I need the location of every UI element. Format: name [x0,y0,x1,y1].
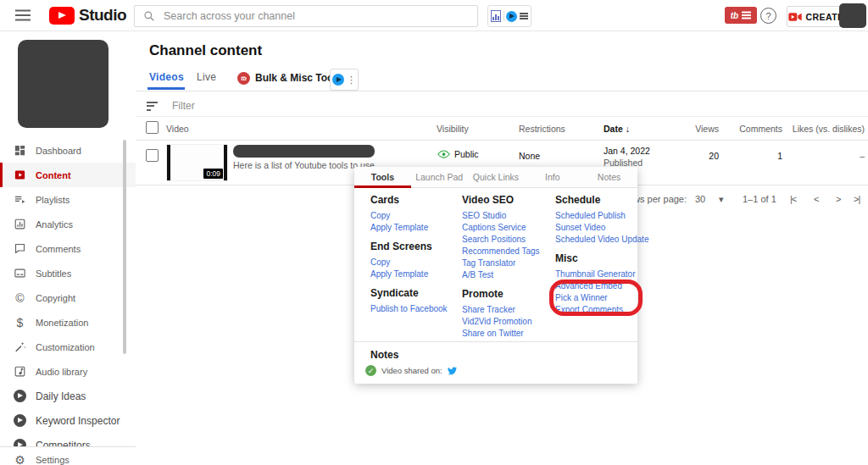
videocam-icon [788,12,802,22]
sidebar-item-label: Copyright [36,293,75,303]
link-recommended-tags[interactable]: Recommended Tags [462,246,555,257]
last-page-icon[interactable]: >| [854,194,860,204]
create-button[interactable]: CREATE [787,6,845,27]
section-schedule: Schedule Scheduled Publish Sunset Video … [555,194,640,246]
section-end-screens: End Screens Copy Apply Template [370,241,462,280]
filter-placeholder: Filter [172,100,195,112]
popup-tab-quick-links[interactable]: Quick Links [468,167,525,187]
sidebar-scrollbar[interactable] [123,140,126,354]
popup-tab-launch-pad[interactable]: Launch Pad [411,167,468,187]
extension-menu-icon[interactable] [520,15,528,17]
link-sunset-video[interactable]: Sunset Video [555,222,640,234]
link-apply-template-end-screens[interactable]: Apply Template [370,268,462,280]
date-cell: Jan 4, 2022 [604,146,650,156]
studio-logo[interactable]: Studio [49,6,126,25]
rows-per-page-select[interactable]: 30 [695,194,705,204]
sidebar-item-analytics[interactable]: Analytics [0,212,136,236]
section-promote: Promote Share Tracker Vid2Vid Promotion … [462,288,555,340]
popup-tab-tools[interactable]: Tools [354,167,411,187]
column-header-visibility[interactable]: Visibility [437,124,469,134]
section-title: Syndicate [370,287,462,300]
sidebar-item-label: Dashboard [36,146,81,156]
visibility-value: Public [454,149,479,159]
video-title-redacted[interactable] [233,145,375,158]
tubebuddy-toolbar-button[interactable]: tb [725,7,757,24]
link-thumbnail-generator[interactable]: Thumbnail Generator [555,268,640,280]
video-thumbnail[interactable]: 0:09 [166,144,228,181]
filter-bar[interactable]: Filter [136,95,868,117]
stats-extension-icon[interactable] [491,10,501,22]
link-share-tracker[interactable]: Share Tracker [462,304,555,316]
sidebar-item-content[interactable]: Content [0,163,136,187]
prev-page-icon[interactable]: < [814,194,818,204]
link-scheduled-video-update[interactable]: Scheduled Video Update [555,234,640,246]
sidebar-item-customization[interactable]: Customization [0,335,136,359]
sidebar-item-daily-ideas[interactable]: Daily Ideas [0,384,136,408]
sidebar-item-label: Comments [36,244,81,254]
help-icon: ? [765,11,771,21]
link-captions-service[interactable]: Captions Service [462,222,555,234]
channel-search[interactable] [134,5,478,27]
row-checkbox[interactable] [146,149,159,162]
sidebar-item-monetization[interactable]: $ Monetization [0,310,136,335]
channel-avatar-redacted[interactable] [18,40,108,128]
extension-toolbar [487,5,531,27]
link-copy-cards[interactable]: Copy [370,210,462,222]
link-publish-to-facebook[interactable]: Publish to Facebook [370,303,462,315]
select-all-checkbox[interactable] [146,121,159,134]
sidebar-item-comments[interactable]: Comments [0,236,136,261]
comments-cell: 1 [777,151,782,161]
link-share-on-twitter[interactable]: Share on Twitter [462,328,555,340]
popup-body: Cards Copy Apply Template End Screens Co… [370,194,640,346]
next-page-icon[interactable]: > [836,194,840,204]
tubebuddy-tools-popup: Tools Launch Pad Quick Links Info Notes … [354,167,637,384]
youtube-play-icon [49,7,75,25]
link-pick-a-winner[interactable]: Pick a Winner [555,292,640,304]
popup-tab-notes[interactable]: Notes [581,167,637,187]
link-seo-studio[interactable]: SEO Studio [462,210,555,222]
link-apply-template-cards[interactable]: Apply Template [370,222,462,234]
vidiq-icon [332,74,344,86]
likes-cell: – [860,151,865,161]
link-search-positions[interactable]: Search Positions [462,234,555,246]
column-header-comments[interactable]: Comments [739,124,782,134]
popup-active-tab-underline [354,185,411,188]
sort-desc-icon: ↓ [626,124,630,134]
dropdown-arrow-icon[interactable]: ▾ [719,194,724,205]
column-header-restrictions[interactable]: Restrictions [519,124,565,134]
link-copy-end-screens[interactable]: Copy [370,257,462,268]
link-tag-translator[interactable]: Tag Translator [462,257,555,269]
link-vid2vid-promotion[interactable]: Vid2Vid Promotion [462,316,555,328]
link-ab-test[interactable]: A/B Test [462,269,555,281]
video-duration-badge: 0:09 [203,169,223,179]
tab-live[interactable]: Live [197,71,216,83]
help-button[interactable]: ? [760,8,776,24]
column-header-views[interactable]: Views [695,124,719,134]
sidebar-item-label: Subtitles [36,268,71,279]
sidebar-item-audio-library[interactable]: Audio library [0,359,136,384]
sidebar-item-keyword-inspector[interactable]: Keyword Inspector [0,408,136,433]
sidebar-item-dashboard[interactable]: Dashboard [0,138,136,163]
first-page-icon[interactable]: |< [790,194,796,204]
column-header-date[interactable]: Date ↓ [604,124,630,134]
page-range: 1–1 of 1 [743,194,776,204]
link-advanced-embed[interactable]: Advanced Embed [555,280,640,292]
sidebar-item-playlists[interactable]: Playlists [0,187,136,212]
search-input[interactable] [162,9,477,23]
sidebar-item-subtitles[interactable]: Subtitles [0,261,136,285]
account-avatar[interactable] [839,3,866,28]
sidebar-item-copyright[interactable]: © Copyright [0,285,136,310]
popup-tab-info[interactable]: Info [524,167,581,187]
studio-logo-text: Studio [79,6,126,25]
menu-icon[interactable] [15,14,31,16]
column-header-likes[interactable]: Likes (vs. dislikes) [793,124,865,134]
link-scheduled-publish[interactable]: Scheduled Publish [555,210,640,222]
vidiq-menu-button[interactable]: ⋮ [330,69,359,91]
note-text: Video shared on: [381,366,442,375]
column-header-video[interactable]: Video [166,124,189,134]
link-export-comments[interactable]: Export Comments [555,304,640,316]
visibility-cell[interactable]: Public [437,149,479,159]
sidebar-item-settings[interactable]: ⚙ Settings [0,447,136,465]
vidiq-extension-icon[interactable] [506,11,517,22]
tab-videos[interactable]: Videos [149,71,184,83]
